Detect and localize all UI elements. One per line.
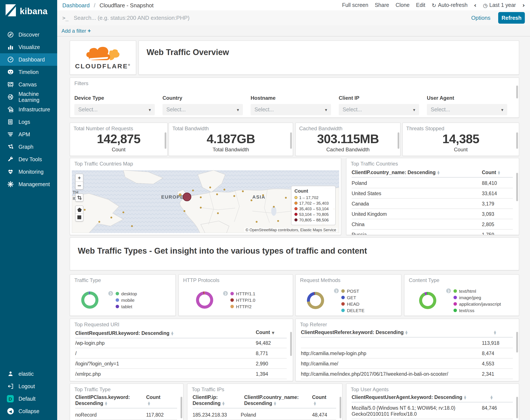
map-traffic-dot[interactable]	[256, 221, 257, 223]
client-ip-select[interactable]: Select...▾	[339, 104, 419, 115]
sidebar-item-visualize[interactable]: Visualize	[0, 41, 57, 53]
sidebar-item-dev-tools[interactable]: Dev Tools	[0, 153, 57, 165]
sidebar-item-apm[interactable]: APM	[0, 128, 57, 141]
rectangle-tool-button[interactable]	[76, 213, 83, 221]
panel-scrollbar[interactable]	[516, 173, 518, 201]
sidebar-item-dashboard[interactable]: Dashboard	[0, 53, 57, 66]
map-traffic-dot[interactable]	[84, 209, 86, 211]
map-traffic-dot[interactable]	[233, 195, 235, 197]
polygon-tool-button[interactable]	[76, 206, 83, 213]
sort-header-user-agent[interactable]: ClientRequestUserAgent.keyword: Descendi…	[352, 394, 482, 400]
map-traffic-dot[interactable]	[200, 207, 202, 209]
sidebar-item-timelion[interactable]: Timelion	[0, 66, 57, 78]
sort-header-referer[interactable]: ClientRequestReferer.keyword: Descending…	[301, 329, 482, 335]
sort-header-count[interactable]: Count▲▼	[146, 394, 177, 406]
map-traffic-dot[interactable]	[122, 211, 124, 213]
auto-refresh-button[interactable]: ↻ Auto-refresh	[432, 2, 468, 8]
add-filter-button[interactable]: Add a filter +	[61, 28, 91, 34]
map-traffic-dot[interactable]	[277, 220, 279, 222]
map-traffic-dot[interactable]	[192, 190, 194, 191]
sort-icon: ▲▼	[405, 331, 408, 335]
map-traffic-dot[interactable]	[200, 196, 202, 198]
map-traffic-dot[interactable]	[273, 206, 275, 208]
panel-scrollbar[interactable]	[180, 397, 182, 418]
sort-header-country[interactable]: ClientIP.country_name: Descending▲▼	[244, 394, 312, 406]
map-traffic-dot[interactable]	[216, 194, 218, 195]
panel-scrollbar[interactable]	[339, 397, 341, 418]
country-select[interactable]: Select...▾	[162, 104, 243, 115]
crop-tool-button[interactable]	[76, 194, 83, 201]
options-link[interactable]: Options	[471, 15, 490, 21]
sidebar-item-discover[interactable]: Discover	[0, 28, 57, 41]
panel-scrollbar[interactable]	[516, 397, 518, 418]
sort-header-ip-class[interactable]: ClientIPClass.keyword: Descending▲▼	[75, 394, 146, 406]
panel-scrollbar[interactable]	[516, 332, 518, 353]
panel-scrollbar[interactable]	[516, 132, 518, 149]
panel-scrollbar[interactable]	[290, 332, 292, 356]
sort-header-uri[interactable]: ClientRequestURI.keyword: Descending▲▼	[75, 330, 256, 336]
http-protocols-donut[interactable]	[196, 291, 213, 308]
sidebar-item-infrastructure[interactable]: Infrastructure	[0, 103, 57, 116]
sort-header-count[interactable]: ▲▼	[482, 329, 513, 335]
panel-scrollbar[interactable]	[516, 86, 518, 98]
legend-expand-icon[interactable]: ❯	[446, 288, 451, 293]
timelion-icon	[7, 69, 14, 75]
legend-expand-icon[interactable]: ❯	[223, 291, 228, 296]
zoom-in-button[interactable]: +	[76, 174, 83, 181]
clone-button[interactable]: Clone	[396, 2, 410, 8]
map-traffic-dot[interactable]	[223, 189, 225, 190]
sidebar-item-canvas[interactable]: Canvas	[0, 78, 57, 91]
edit-button[interactable]: Edit	[416, 2, 425, 8]
panel-scrollbar[interactable]	[290, 132, 292, 149]
panel-scrollbar[interactable]	[398, 132, 399, 149]
sort-header-count[interactable]: Count▲▼	[482, 169, 513, 175]
sort-header-count[interactable]: ▲▼	[482, 394, 513, 400]
sidebar-item-logs[interactable]: Logs	[0, 116, 57, 128]
sidebar-item-collapse[interactable]: ◀ Collapse	[0, 405, 57, 418]
time-forward-button[interactable]: ›	[522, 2, 525, 9]
sidebar-item-space-default[interactable]: D Default	[0, 392, 57, 405]
map-traffic-dot[interactable]	[242, 190, 244, 192]
breadcrumb-dashboard-link[interactable]: Dashboard	[62, 2, 90, 8]
map-top-country-dot[interactable]	[183, 193, 191, 201]
map-traffic-dot[interactable]	[250, 199, 252, 201]
time-back-button[interactable]: ‹	[474, 2, 476, 9]
content-type-donut[interactable]	[419, 292, 436, 309]
sidebar-item-logout[interactable]: Logout	[0, 380, 57, 392]
legend-expand-icon[interactable]: ❯	[108, 291, 113, 296]
request-methods-donut[interactable]	[307, 292, 324, 309]
search-input[interactable]	[73, 14, 471, 21]
sort-header-count[interactable]: Count▼	[256, 329, 287, 336]
legend-expand-icon[interactable]: ❯	[334, 288, 339, 293]
map-traffic-dot[interactable]	[131, 225, 133, 227]
sidebar-item-machine-learning[interactable]: Machine Learning	[0, 91, 57, 103]
sidebar-item-monitoring[interactable]: Monitoring	[0, 165, 57, 178]
map-traffic-dot[interactable]	[262, 194, 264, 196]
map-traffic-dot[interactable]	[179, 194, 181, 196]
sidebar-item-user[interactable]: elastic	[0, 368, 57, 380]
zoom-out-button[interactable]: −	[76, 181, 83, 189]
panel-scrollbar[interactable]	[165, 132, 166, 149]
map-traffic-dot[interactable]	[209, 187, 211, 188]
request-methods-donut-panel: Request Methods ❯ POST GET HEAD DELETE	[295, 274, 401, 316]
traffic-type-donut[interactable]	[81, 291, 98, 308]
full-screen-button[interactable]: Full screen	[342, 2, 368, 8]
user-agent-select[interactable]: Select...▾	[427, 104, 507, 115]
time-range-picker[interactable]: ◷ Last 1 year	[483, 2, 516, 8]
map-traffic-dot[interactable]	[285, 197, 287, 199]
sidebar-item-graph[interactable]: Graph	[0, 141, 57, 153]
kibana-logo[interactable]: kibana	[0, 0, 57, 22]
hostname-select[interactable]: Select...▾	[250, 104, 331, 115]
map-traffic-dot[interactable]	[98, 221, 100, 223]
device-type-select[interactable]: Select...▾	[74, 104, 155, 115]
share-button[interactable]: Share	[375, 2, 389, 8]
sort-header-ip[interactable]: ClientIP.ip: Descending▲▼	[192, 394, 244, 406]
map-traffic-dot[interactable]	[110, 217, 112, 218]
refresh-button[interactable]: Refresh	[498, 12, 525, 24]
map-traffic-dot[interactable]	[184, 210, 185, 212]
map-canvas[interactable]: TH IC EUROPE ASIA + −	[72, 170, 339, 233]
sort-header-country[interactable]: ClientIP.country_name: Descending▲▼	[352, 169, 482, 175]
map-traffic-dot[interactable]	[217, 212, 219, 214]
sort-header-count[interactable]: Count▲▼	[312, 394, 336, 406]
sidebar-item-management[interactable]: Management	[0, 178, 57, 190]
